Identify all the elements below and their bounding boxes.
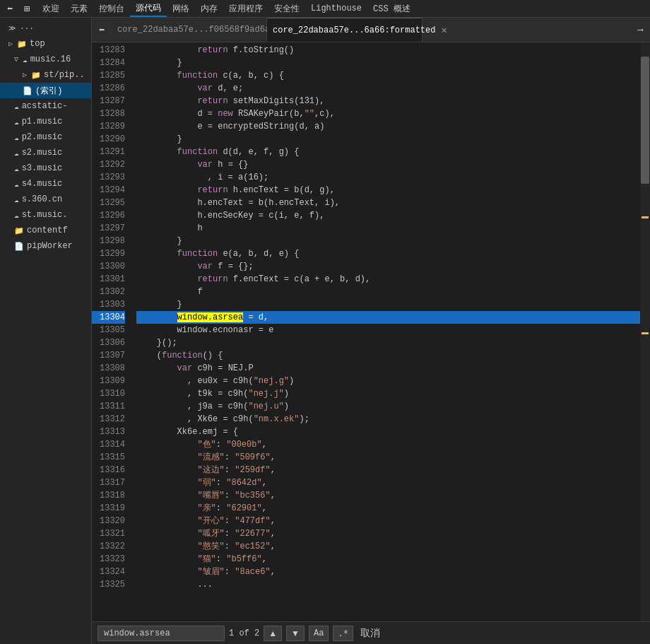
sidebar-item-label: st/pip.. <box>44 70 85 80</box>
sidebar-item-index[interactable]: 📄 (索引) <box>0 83 91 98</box>
code-line: (function() { <box>136 349 640 362</box>
menu-bar: ⬅ ⊞ 欢迎 元素 控制台 源代码 网络 内存 应用程序 安全性 Lightho… <box>0 0 650 18</box>
main-area: ≫ ··· ▷ 📁 top ▽ ☁ music.16 ▷ 📁 st/pip.. … <box>0 18 650 644</box>
search-input[interactable] <box>98 626 225 641</box>
sidebar-item-s3music[interactable]: ☁ s3.music <box>0 160 91 176</box>
scrollbar-mark-1 <box>642 216 649 218</box>
code-line: "猫": "b5ff6", <box>136 553 640 566</box>
line-number: 13307 <box>92 349 125 362</box>
code-line: return f.encText = c(a + e, b, d), <box>136 273 640 286</box>
menu-security[interactable]: 安全性 <box>268 0 305 17</box>
code-line: f <box>136 286 640 298</box>
search-case-btn[interactable]: Aa <box>309 626 329 641</box>
code-line: return f.toString() <box>136 44 640 57</box>
sidebar-item-label: s3.music <box>22 163 63 173</box>
menu-lighthouse[interactable]: Lighthouse <box>305 0 367 17</box>
menu-sources[interactable]: 源代码 <box>130 0 167 17</box>
code-line: var c9h = NEJ.P <box>136 362 640 375</box>
line-number: 13291 <box>92 146 125 158</box>
sidebar-item-acstatic[interactable]: ☁ acstatic- <box>0 98 91 114</box>
tab-bar: ⬅ core_22dabaa57e...f06568f9ad6a66 core_… <box>92 18 650 42</box>
search-highlight: window.asrsea <box>177 312 244 322</box>
file-tree-sidebar: ≫ ··· ▷ 📁 top ▽ ☁ music.16 ▷ 📁 st/pip.. … <box>0 18 92 644</box>
line-number: 13311 <box>92 400 125 413</box>
file-icon: 📄 <box>23 86 32 95</box>
scrollbar-annotations <box>640 42 650 621</box>
sidebar-item-p1music[interactable]: ☁ p1.music <box>0 114 91 129</box>
sidebar-item-label: s.360.cn <box>22 194 63 204</box>
cloud-icon: ☁ <box>14 180 19 189</box>
line-number: 13321 <box>92 527 125 540</box>
scrollbar-track[interactable] <box>640 42 650 621</box>
sidebar-item-s360[interactable]: ☁ s.360.cn <box>0 192 91 207</box>
tab-core-formatted[interactable]: core_22dabaa57e...6a66:formatted ✕ <box>267 18 422 42</box>
sidebar-item-s2music[interactable]: ☁ s2.music <box>0 145 91 160</box>
line-number: 13317 <box>92 476 125 489</box>
line-number: 13286 <box>92 82 125 95</box>
cloud-icon: ☁ <box>14 133 19 142</box>
line-number: 13297 <box>92 222 125 235</box>
cloud-icon: ☁ <box>14 211 19 220</box>
expand-icon: ≫ <box>8 24 16 33</box>
sidebar-item-label: (索引) <box>35 85 62 97</box>
code-content[interactable]: return f.toString() } function c(a, b, c… <box>131 42 640 621</box>
sidebar-item-p2music[interactable]: ☁ p2.music <box>0 129 91 145</box>
line-number: 13284 <box>92 57 125 69</box>
scrollbar-thumb[interactable] <box>641 57 649 184</box>
code-line: d = new RSAKeyPair(b,"",c), <box>136 107 640 120</box>
code-line: "嘴唇": "bc356", <box>136 489 640 502</box>
menu-css-overview[interactable]: CSS 概述 <box>367 0 416 17</box>
sidebar-item-contentf[interactable]: 📁 contentf <box>0 223 91 238</box>
scrollbar-mark-2 <box>642 332 649 334</box>
tab-core-original[interactable]: core_22dabaa57e...f06568f9ad6a66 <box>112 18 267 42</box>
sidebar-expand-btn[interactable]: ≫ ··· <box>0 21 91 36</box>
sidebar-item-s4music[interactable]: ☁ s4.music <box>0 176 91 192</box>
code-line: var d, e; <box>136 82 640 95</box>
line-number: 13304 <box>92 311 125 324</box>
sidebar-item-label: music.16 <box>30 54 71 64</box>
grid-icon[interactable]: ⊞ <box>20 1 34 16</box>
cloud-icon: ☁ <box>14 148 19 158</box>
line-number: 13294 <box>92 184 125 197</box>
arrow-icon: ▷ <box>8 40 13 48</box>
tab-close-btn[interactable]: ✕ <box>439 24 448 37</box>
line-numbers: 1328313284132851328613287132881328913290… <box>92 42 131 621</box>
code-line: "流感": "509f6", <box>136 451 640 464</box>
line-number: 13302 <box>92 286 125 298</box>
line-number: 13318 <box>92 489 125 502</box>
sidebar-item-label: contentf <box>27 226 68 235</box>
search-regex-btn[interactable]: .* <box>333 626 353 641</box>
sidebar-item-stpip[interactable]: ▷ 📁 st/pip.. <box>0 67 91 83</box>
menu-console[interactable]: 控制台 <box>93 0 130 17</box>
code-line: "弱": "8642d", <box>136 476 640 489</box>
sidebar-item-pipworker[interactable]: 📄 pipWorker <box>0 238 91 254</box>
code-line: } <box>136 298 640 311</box>
line-number: 13306 <box>92 336 125 349</box>
code-line: return setMaxDigits(131), <box>136 95 640 107</box>
code-line: "开心": "477df", <box>136 515 640 527</box>
line-number: 13290 <box>92 133 125 146</box>
menu-application[interactable]: 应用程序 <box>223 0 268 17</box>
menu-network[interactable]: 网络 <box>167 0 195 17</box>
code-line: return h.encText = b(d, g), <box>136 184 640 197</box>
back-icon[interactable]: ⬅ <box>3 1 17 16</box>
code-line: Xk6e.emj = { <box>136 426 640 438</box>
sidebar-item-top[interactable]: ▷ 📁 top <box>0 36 91 52</box>
line-number: 13289 <box>92 120 125 133</box>
code-line: "皱眉": "8ace6", <box>136 566 640 578</box>
tab-back-btn[interactable]: ⬅ <box>92 18 112 42</box>
menu-memory[interactable]: 内存 <box>195 0 223 17</box>
line-number: 13312 <box>92 413 125 426</box>
search-next-btn[interactable]: ▼ <box>286 626 305 641</box>
sidebar-item-music16[interactable]: ▽ ☁ music.16 <box>0 52 91 67</box>
search-prev-btn[interactable]: ▲ <box>264 626 282 641</box>
code-line: e = encryptedString(d, a) <box>136 120 640 133</box>
menu-welcome[interactable]: 欢迎 <box>37 0 65 17</box>
menu-elements[interactable]: 元素 <box>65 0 93 17</box>
tab-expand-btn[interactable]: ⟶ <box>630 18 650 42</box>
sidebar-item-stmusic[interactable]: ☁ st.music. <box>0 207 91 223</box>
search-cancel-btn[interactable]: 取消 <box>358 626 383 641</box>
line-number: 13322 <box>92 540 125 553</box>
tab-label: core_22dabaa57e...6a66:formatted <box>273 25 435 35</box>
line-number: 13319 <box>92 502 125 515</box>
